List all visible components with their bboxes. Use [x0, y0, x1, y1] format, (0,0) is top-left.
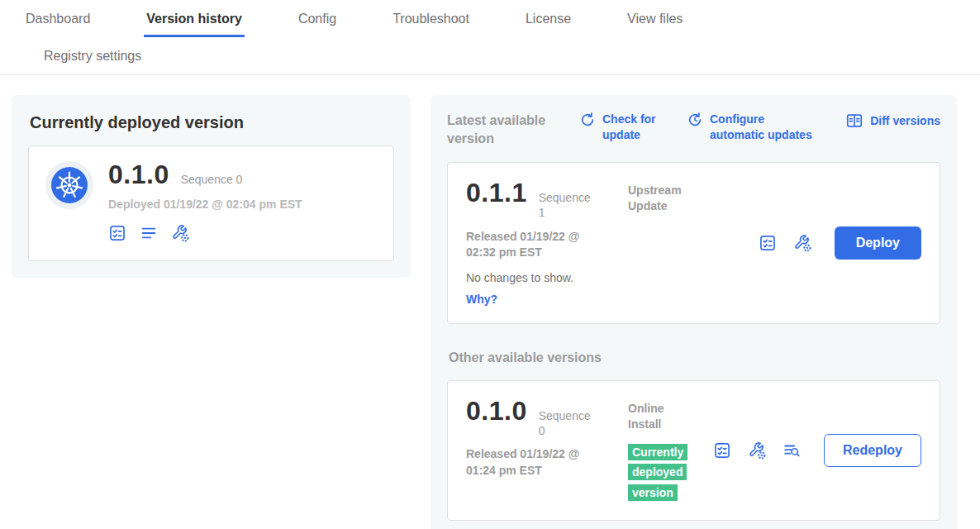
version-source-label: Upstream Update [628, 183, 704, 214]
diff-versions-link[interactable]: Diff versions [845, 112, 940, 130]
latest-version-actions: Deploy [759, 226, 921, 260]
diff-icon [845, 112, 863, 130]
preflight-checks-icon[interactable] [108, 224, 126, 242]
latest-version-header: Latest available version Check for updat… [447, 112, 940, 147]
diff-versions-label: Diff versions [870, 113, 940, 129]
version-row: 0.1.1 Sequence 1 [466, 179, 628, 220]
refresh-icon [579, 112, 596, 128]
tab-view-files[interactable]: View files [625, 0, 685, 37]
current-version-number: 0.1.0 [108, 161, 169, 188]
check-for-update-label: Check for update [602, 112, 665, 143]
other-version-source-col: Online Install Currently deployed versio… [628, 398, 691, 503]
tab-license[interactable]: License [523, 0, 573, 37]
why-link[interactable]: Why? [466, 293, 497, 306]
currently-deployed-title: Currently deployed version [30, 113, 394, 132]
nav-row-secondary: Registry settings [23, 37, 957, 74]
tab-dashboard[interactable]: Dashboard [23, 0, 93, 37]
current-sequence-label: Sequence 0 [181, 173, 243, 186]
preflight-checks-icon[interactable] [759, 234, 777, 252]
latest-version-number: 0.1.1 [466, 179, 527, 206]
currently-deployed-card: 0.1.0 Sequence 0 Deployed 01/19/22 @ 02:… [28, 145, 394, 261]
other-version-info: 0.1.0 Sequence 0 Released 01/19/22 @ 01:… [466, 398, 628, 479]
tab-registry-settings[interactable]: Registry settings [41, 37, 144, 74]
no-changes-text: No changes to show. [466, 271, 628, 284]
nav-row-primary: Dashboard Version history Config Trouble… [23, 0, 957, 37]
app-icon-ring [45, 161, 93, 209]
configure-auto-updates-link[interactable]: Configure automatic updates [687, 112, 819, 143]
release-notes-icon[interactable] [140, 224, 158, 242]
latest-version-title: Latest available version [447, 112, 564, 147]
view-diff-icon[interactable] [783, 441, 801, 460]
latest-version-info: 0.1.1 Sequence 1 Released 01/19/22 @ 02:… [466, 179, 628, 307]
deployed-timestamp: Deployed 01/19/22 @ 02:04 pm EST [108, 198, 302, 211]
version-row: 0.1.0 Sequence 0 [108, 161, 302, 188]
other-sequence-label: Sequence 0 [539, 408, 592, 438]
edit-config-icon[interactable] [171, 224, 189, 242]
other-version-actions: Redeploy [713, 434, 921, 467]
tab-troubleshoot[interactable]: Troubleshoot [390, 0, 472, 37]
tab-config[interactable]: Config [296, 0, 339, 37]
currently-deployed-panel: Currently deployed version 0.1.0 Sequenc… [12, 95, 411, 278]
version-row: 0.1.0 Sequence 0 [466, 398, 628, 438]
currently-deployed-badge: Currently deployed version [628, 444, 687, 502]
deployed-badge-wrap: Currently deployed version [628, 442, 691, 503]
schedule-refresh-icon [687, 112, 703, 128]
top-nav: Dashboard Version history Config Trouble… [0, 0, 980, 75]
available-versions-panel: Latest available version Check for updat… [431, 95, 957, 529]
check-for-update-link[interactable]: Check for update [579, 112, 665, 143]
preflight-checks-icon[interactable] [713, 441, 731, 460]
edit-config-icon[interactable] [793, 234, 811, 252]
released-timestamp: Released 01/19/22 @ 01:24 pm EST [466, 446, 598, 479]
current-version-actions [108, 224, 302, 242]
edit-config-icon[interactable] [748, 441, 766, 460]
main-content: Currently deployed version 0.1.0 Sequenc… [0, 75, 980, 529]
deploy-button[interactable]: Deploy [835, 226, 921, 260]
configure-auto-updates-label: Configure automatic updates [710, 112, 819, 143]
kubernetes-logo-icon [51, 167, 88, 203]
tab-version-history[interactable]: Version history [144, 0, 245, 37]
other-version-number: 0.1.0 [466, 398, 527, 424]
redeploy-button[interactable]: Redeploy [824, 434, 921, 467]
other-versions-title: Other available versions [449, 350, 940, 365]
current-version-info: 0.1.0 Sequence 0 Deployed 01/19/22 @ 02:… [108, 161, 302, 242]
other-version-card: 0.1.0 Sequence 0 Released 01/19/22 @ 01:… [447, 380, 940, 521]
latest-version-card: 0.1.1 Sequence 1 Released 01/19/22 @ 02:… [447, 162, 940, 324]
released-timestamp: Released 01/19/22 @ 02:32 pm EST [466, 229, 598, 261]
latest-sequence-label: Sequence 1 [539, 190, 592, 220]
version-source-label: Online Install [628, 401, 689, 432]
